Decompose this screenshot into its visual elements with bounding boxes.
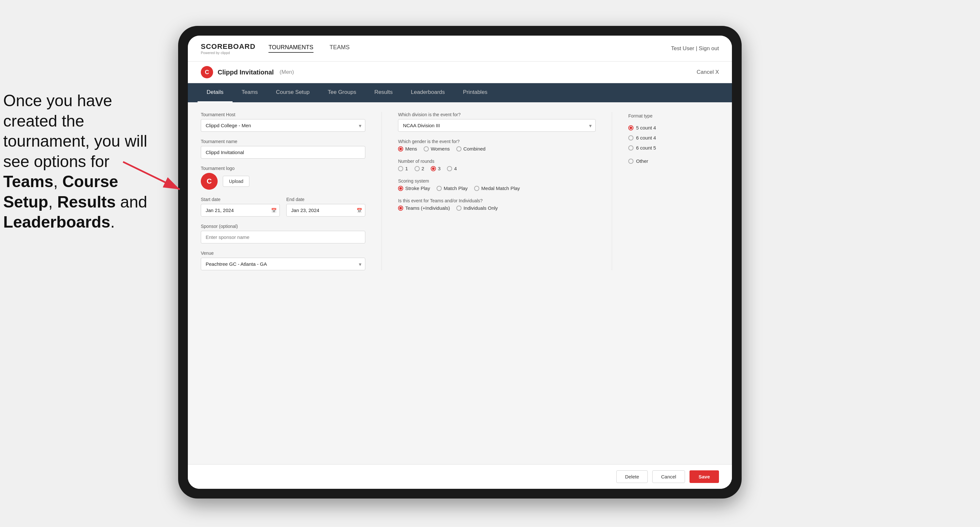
gender-womens-label: Womens <box>431 146 450 151</box>
tablet-device: SCOREBOARD Powered by clippd TOURNAMENTS… <box>178 26 741 498</box>
tab-results[interactable]: Results <box>365 83 402 102</box>
gender-mens[interactable]: Mens <box>398 146 417 151</box>
tab-teams[interactable]: Teams <box>232 83 267 102</box>
tab-tee-groups[interactable]: Tee Groups <box>319 83 365 102</box>
format-other-radio[interactable] <box>628 159 633 164</box>
form-area: Tournament Host Clippd College - Men Tou… <box>188 102 732 280</box>
end-date-input[interactable] <box>286 204 365 217</box>
venue-label: Venue <box>201 251 365 256</box>
venue-select[interactable]: Peachtree GC - Atlanta - GA <box>201 258 365 270</box>
scoring-match-radio[interactable] <box>437 186 442 191</box>
teams-plus-label: Teams (+Individuals) <box>405 205 450 211</box>
start-date-label: Start date <box>201 197 280 202</box>
nav-tournaments[interactable]: TOURNAMENTS <box>269 44 313 53</box>
rounds-4-radio[interactable] <box>447 166 452 171</box>
scoring-match[interactable]: Match Play <box>437 186 468 191</box>
rounds-3[interactable]: 3 <box>431 166 441 171</box>
start-date-input[interactable] <box>201 204 280 217</box>
delete-button[interactable]: Delete <box>616 470 648 483</box>
format-6count4: 6 count 4 <box>628 135 719 140</box>
cancel-button[interactable]: Cancel <box>652 470 685 483</box>
division-label: Which division is the event for? <box>398 112 596 117</box>
scoring-medal-match[interactable]: Medal Match Play <box>474 186 520 191</box>
rounds-3-label: 3 <box>438 166 441 171</box>
cancel-tournament[interactable]: Cancel X <box>697 69 719 75</box>
end-date-wrapper <box>286 204 365 217</box>
sponsor-input[interactable] <box>201 231 365 243</box>
division-select-wrapper: NCAA Division III <box>398 119 596 132</box>
rounds-4[interactable]: 4 <box>447 166 457 171</box>
tournament-host-select[interactable]: Clippd College - Men <box>201 119 365 132</box>
division-group: Which division is the event for? NCAA Di… <box>398 112 596 132</box>
rounds-1[interactable]: 1 <box>398 166 408 171</box>
gender-combined-radio[interactable] <box>456 146 461 151</box>
format-6count5-radio[interactable] <box>628 145 633 151</box>
format-other-row: Other <box>628 158 719 164</box>
teams-plus-individuals[interactable]: Teams (+Individuals) <box>398 205 450 211</box>
format-5count4-label: 5 count 4 <box>636 125 656 130</box>
venue-group: Venue Peachtree GC - Atlanta - GA <box>201 251 365 270</box>
scoring-group: Scoring system Stroke Play Match Play <box>398 178 596 191</box>
gender-combined[interactable]: Combined <box>456 146 485 151</box>
tablet-screen: SCOREBOARD Powered by clippd TOURNAMENTS… <box>188 36 732 489</box>
tab-printables[interactable]: Printables <box>454 83 497 102</box>
rounds-3-radio[interactable] <box>431 166 436 171</box>
format-type-label: Format type <box>628 113 719 119</box>
tournament-name: Clippd Invitational <box>218 68 274 76</box>
save-button[interactable]: Save <box>689 470 719 483</box>
top-navigation: SCOREBOARD Powered by clippd TOURNAMENTS… <box>188 36 732 62</box>
tournament-logo-group: Tournament logo C Upload <box>201 166 365 190</box>
tab-leaderboards[interactable]: Leaderboards <box>402 83 454 102</box>
gender-womens[interactable]: Womens <box>423 146 450 151</box>
division-select[interactable]: NCAA Division III <box>398 119 596 132</box>
gender-womens-radio[interactable] <box>423 146 429 151</box>
tournament-name-group: Tournament name <box>201 139 365 159</box>
individuals-radio[interactable] <box>456 206 461 211</box>
teams-radio-group: Teams (+Individuals) Individuals Only <box>398 205 596 211</box>
end-date-group: End date <box>286 197 365 217</box>
scoring-stroke-label: Stroke Play <box>405 186 430 191</box>
arrow-indicator <box>120 159 185 194</box>
tournament-header: C Clippd Invitational (Men) Cancel X <box>188 62 732 83</box>
rounds-1-radio[interactable] <box>398 166 403 171</box>
rounds-2-radio[interactable] <box>415 166 420 171</box>
date-row: Start date End date <box>201 197 365 217</box>
logo-preview: C <box>201 173 218 190</box>
gender-mens-radio[interactable] <box>398 146 403 151</box>
upload-button[interactable]: Upload <box>223 176 249 187</box>
individuals-only[interactable]: Individuals Only <box>456 205 498 211</box>
form-middle-col: Which division is the event for? NCAA Di… <box>398 112 596 270</box>
sub-tabs: Details Teams Course Setup Tee Groups Re… <box>188 83 732 102</box>
tournament-title-row: C Clippd Invitational (Men) <box>201 66 294 78</box>
scoring-stroke-radio[interactable] <box>398 186 403 191</box>
teams-plus-radio[interactable] <box>398 206 403 211</box>
teams-label: Is this event for Teams and/or Individua… <box>398 198 596 203</box>
col-divider-1 <box>382 112 382 270</box>
tab-course-setup[interactable]: Course Setup <box>267 83 319 102</box>
end-date-label: End date <box>286 197 365 202</box>
scoring-medal-match-label: Medal Match Play <box>481 186 520 191</box>
format-5count4-radio[interactable] <box>628 125 633 130</box>
tournament-name-label: Tournament name <box>201 139 365 144</box>
user-sign-out[interactable]: Test User | Sign out <box>671 45 719 51</box>
col-divider-2 <box>612 112 612 270</box>
tournament-name-input[interactable] <box>201 146 365 159</box>
teams-group: Is this event for Teams and/or Individua… <box>398 198 596 211</box>
form-left-col: Tournament Host Clippd College - Men Tou… <box>201 112 365 270</box>
tournament-host-select-wrapper: Clippd College - Men <box>201 119 365 132</box>
tournament-host-label: Tournament Host <box>201 112 365 117</box>
rounds-radio-group: 1 2 3 <box>398 166 596 171</box>
nav-links: TOURNAMENTS TEAMS <box>269 44 350 53</box>
form-footer: Delete Cancel Save <box>188 464 732 489</box>
nav-teams[interactable]: TEAMS <box>330 44 350 53</box>
nav-left: SCOREBOARD Powered by clippd TOURNAMENTS… <box>201 43 350 55</box>
gender-radio-group: Mens Womens Combined <box>398 146 596 151</box>
format-6count4-radio[interactable] <box>628 135 633 140</box>
scoring-stroke[interactable]: Stroke Play <box>398 186 430 191</box>
rounds-2[interactable]: 2 <box>415 166 424 171</box>
logo-upload-row: C Upload <box>201 173 365 190</box>
scoring-medal-match-radio[interactable] <box>474 186 479 191</box>
venue-select-wrapper: Peachtree GC - Atlanta - GA <box>201 258 365 270</box>
tab-details[interactable]: Details <box>197 83 232 102</box>
tournament-icon: C <box>201 66 213 78</box>
